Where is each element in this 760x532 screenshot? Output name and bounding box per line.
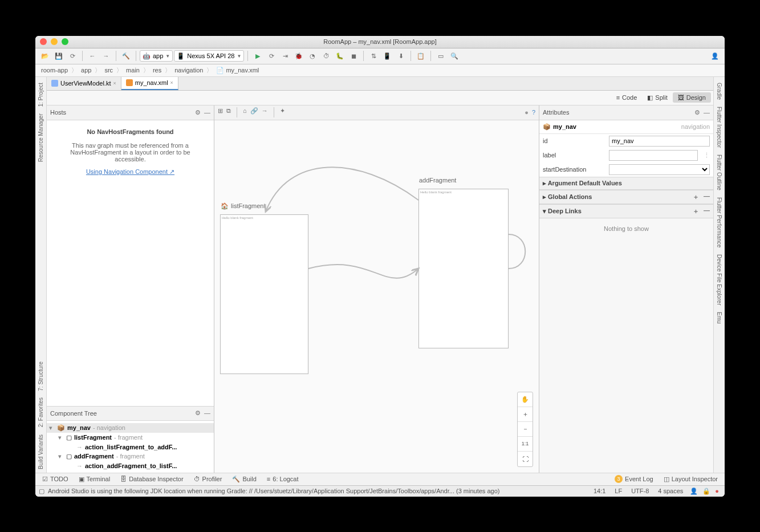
module-select[interactable]: 🤖 app▼ <box>140 50 173 62</box>
crumb[interactable]: room-app <box>40 67 69 74</box>
remove-icon[interactable]: — <box>704 193 710 201</box>
view-code-button[interactable]: ≡ Code <box>611 92 643 103</box>
attr-section[interactable]: ▸ Argument Default Values <box>539 177 713 190</box>
tool-todo[interactable]: ☑ TODO <box>39 476 72 483</box>
zoom-reset-icon[interactable]: 1:1 <box>518 437 533 452</box>
minimize-icon[interactable]: — <box>704 109 710 116</box>
ide-icon[interactable]: 👤 <box>688 488 700 495</box>
indent[interactable]: 4 spaces <box>653 488 688 494</box>
tool-resource-manager[interactable]: Resource Manager <box>38 110 44 165</box>
crumb[interactable]: navigation <box>173 67 204 74</box>
debug-icon[interactable]: 🐞 <box>292 50 305 62</box>
using-nav-link[interactable]: Using Navigation Component ↗ <box>86 168 174 176</box>
close-window-button[interactable] <box>40 38 47 45</box>
profiler-icon[interactable]: ⏱ <box>320 50 332 62</box>
attr-id-input[interactable] <box>609 136 710 147</box>
coverage-icon[interactable]: ◔ <box>306 50 319 62</box>
add-icon[interactable]: ＋ <box>693 207 699 216</box>
back-icon[interactable]: ← <box>86 50 99 62</box>
device-select[interactable]: 📱 Nexus 5X API 28▼ <box>174 50 244 62</box>
minimize-icon[interactable]: — <box>204 409 210 417</box>
auto-arrange-icon[interactable]: ✦ <box>280 107 285 117</box>
stop-icon[interactable]: ◼ <box>347 50 360 62</box>
add-icon[interactable]: ＋ <box>693 193 699 201</box>
tool-database-inspector[interactable]: 🗄 Database Inspector <box>117 476 186 482</box>
action-icon[interactable]: → <box>262 107 268 117</box>
tool-flutter-performance[interactable]: Flutter Performance <box>716 194 722 251</box>
gear-icon[interactable]: ⚙ <box>694 109 700 116</box>
home-icon[interactable]: ⌂ <box>243 107 247 117</box>
zoom-in-icon[interactable]: ＋ <box>518 407 533 422</box>
crumb[interactable]: 📄 my_nav.xml <box>215 67 260 74</box>
nested-graph-icon[interactable]: ⧉ <box>226 107 231 117</box>
apply-changes-icon[interactable]: ⟳ <box>265 50 278 62</box>
tree-action[interactable]: → action_addFragment_to_listF... <box>47 461 214 470</box>
fragment-addFragment[interactable]: addFragment Hello blank fragment <box>418 189 509 348</box>
remove-icon[interactable]: — <box>704 207 710 216</box>
warning-icon[interactable]: ● <box>525 109 529 116</box>
avd-manager-icon[interactable]: 📱 <box>381 50 393 62</box>
crumb[interactable]: src <box>103 67 114 74</box>
sync-gradle-icon[interactable]: ⇅ <box>367 50 380 62</box>
more-icon[interactable]: ⋮ <box>701 152 710 159</box>
crumb[interactable]: main <box>125 67 141 74</box>
error-icon[interactable]: ● <box>713 488 721 494</box>
tool-layout-inspector[interactable]: ◫ Layout Inspector <box>660 476 721 483</box>
search-icon[interactable]: 🔍 <box>448 50 461 62</box>
build-hammer-icon[interactable]: 🔨 <box>120 50 132 62</box>
line-separator[interactable]: LF <box>610 488 627 494</box>
tool-terminal[interactable]: ▣ Terminal <box>75 476 114 483</box>
editor-tab[interactable]: UserViewModel.kt× <box>47 77 121 90</box>
tool-gradle[interactable]: Gradle <box>716 79 722 103</box>
minimize-icon[interactable]: — <box>204 109 210 116</box>
emulator-icon[interactable]: ▭ <box>434 50 447 62</box>
run-icon[interactable]: ▶ <box>251 50 264 62</box>
tool-build[interactable]: 🔨 Build <box>229 476 259 483</box>
refresh-icon[interactable]: ⟳ <box>66 50 79 62</box>
add-destination-icon[interactable]: ⊞ <box>218 107 223 117</box>
tree-node-root[interactable]: ▾📦 my_nav - navigation <box>47 423 214 433</box>
tool-project[interactable]: 1: Project <box>38 79 44 110</box>
tool-emulator[interactable]: Emu <box>716 308 722 327</box>
tree-node[interactable]: ▾▢ addFragment - fragment <box>47 452 214 461</box>
view-split-button[interactable]: ◧ Split <box>642 92 672 103</box>
tool-build-variants[interactable]: Build Variants <box>38 431 44 473</box>
attach-debugger-icon[interactable]: 🐛 <box>334 50 346 62</box>
attr-start-select[interactable] <box>609 164 710 175</box>
nav-canvas[interactable]: 🏠listFragment Hello blank fragment addFr… <box>214 120 539 473</box>
tool-event-log[interactable]: 3 Event Log <box>611 475 657 483</box>
tool-flutter-inspector[interactable]: Flutter Inspector <box>716 103 722 151</box>
attr-section[interactable]: ▾ Deep Links＋— <box>539 204 713 218</box>
gear-icon[interactable]: ⚙ <box>195 109 201 116</box>
project-structure-icon[interactable]: 📋 <box>414 50 427 62</box>
crumb[interactable]: res <box>152 67 162 74</box>
editor-tab[interactable]: my_nav.xml× <box>121 77 178 90</box>
encoding[interactable]: UTF-8 <box>627 488 653 494</box>
user-icon[interactable]: 👤 <box>709 50 721 62</box>
gear-icon[interactable]: ⚙ <box>195 409 201 417</box>
tool-favorites[interactable]: 2: Favorites <box>38 394 44 431</box>
fit-screen-icon[interactable]: ⛶ <box>518 452 533 466</box>
attr-label-input[interactable] <box>609 150 698 161</box>
tree-node[interactable]: ▾▢ listFragment - fragment <box>47 433 214 442</box>
tool-device-file-explorer[interactable]: Device File Explorer <box>716 251 722 308</box>
open-icon[interactable]: 📂 <box>39 50 51 62</box>
lock-icon[interactable]: 🔒 <box>700 488 713 495</box>
forward-icon[interactable]: → <box>100 50 112 62</box>
minimize-window-button[interactable] <box>51 38 58 45</box>
tool-logcat[interactable]: ≡ 6: Logcat <box>263 476 302 482</box>
crumb[interactable]: app <box>80 67 92 74</box>
tree-action[interactable]: → action_listFragment_to_addF... <box>47 442 214 452</box>
attr-section[interactable]: ▸ Global Actions＋— <box>539 190 713 204</box>
save-icon[interactable]: 💾 <box>52 50 65 62</box>
view-design-button[interactable]: 🖼 Design <box>673 92 711 103</box>
sdk-manager-icon[interactable]: ⬇ <box>395 50 407 62</box>
debug-run-icon[interactable]: ⇥ <box>279 50 291 62</box>
zoom-out-icon[interactable]: － <box>518 422 533 437</box>
tool-structure[interactable]: 7: Structure <box>38 358 44 395</box>
maximize-window-button[interactable] <box>62 38 68 45</box>
tool-profiler[interactable]: ⏱ Profiler <box>190 476 226 482</box>
link-icon[interactable]: 🔗 <box>250 107 258 117</box>
pan-icon[interactable]: ✋ <box>518 392 533 407</box>
tool-flutter-outline[interactable]: Flutter Outline <box>716 151 722 194</box>
